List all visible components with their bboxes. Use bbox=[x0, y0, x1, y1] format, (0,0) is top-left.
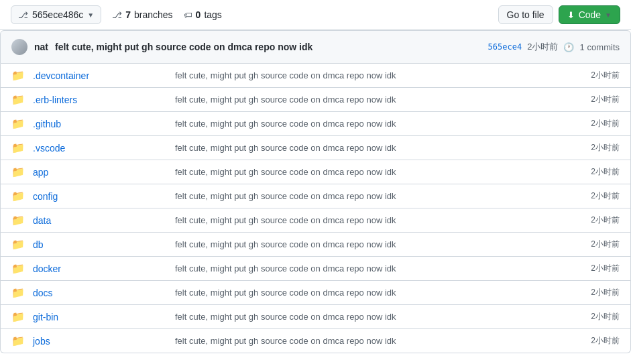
tag-icon: 🏷 bbox=[184, 10, 192, 20]
folder-icon: 📁 bbox=[11, 190, 25, 202]
file-name[interactable]: app bbox=[33, 167, 167, 178]
commit-author: nat bbox=[34, 42, 48, 52]
commit-header: nat felt cute, might put gh source code … bbox=[0, 30, 631, 64]
commit-time: 2小时前 bbox=[527, 41, 558, 53]
file-commit-message: felt cute, might put gh source code on d… bbox=[175, 143, 583, 153]
file-time: 2小时前 bbox=[591, 70, 620, 81]
file-time: 2小时前 bbox=[591, 215, 620, 226]
file-commit-message: felt cute, might put gh source code on d… bbox=[175, 95, 583, 105]
file-name[interactable]: data bbox=[33, 215, 167, 226]
branch-selector[interactable]: ⎇ 565ece486c ▼ bbox=[11, 5, 101, 24]
file-commit-message: felt cute, might put gh source code on d… bbox=[175, 312, 583, 322]
file-time: 2小时前 bbox=[591, 335, 620, 347]
file-table: 📁 .devcontainer felt cute, might put gh … bbox=[0, 64, 631, 353]
file-commit-message: felt cute, might put gh source code on d… bbox=[175, 263, 583, 274]
file-time: 2小时前 bbox=[591, 118, 620, 129]
commit-message: felt cute, might put gh source code on d… bbox=[55, 42, 481, 52]
folder-icon: 📁 bbox=[11, 335, 25, 347]
file-name[interactable]: docker bbox=[33, 263, 167, 274]
code-chevron-icon: ▼ bbox=[605, 11, 612, 19]
tags-count: 0 bbox=[196, 9, 201, 20]
folder-icon: 📁 bbox=[11, 141, 25, 154]
file-name[interactable]: jobs bbox=[33, 336, 167, 347]
commit-meta: 565ece4 2小时前 🕐 1 commits bbox=[488, 41, 620, 53]
branches-label: branches bbox=[134, 9, 173, 20]
table-row: 📁 data felt cute, might put gh source co… bbox=[1, 208, 630, 233]
table-row: 📁 .devcontainer felt cute, might put gh … bbox=[1, 64, 630, 88]
folder-icon: 📁 bbox=[11, 286, 25, 299]
commit-sha[interactable]: 565ece4 bbox=[488, 42, 522, 52]
goto-file-button[interactable]: Go to file bbox=[498, 5, 553, 24]
folder-icon: 📁 bbox=[11, 93, 25, 106]
file-name[interactable]: .erb-linters bbox=[33, 95, 167, 105]
folder-icon: 📁 bbox=[11, 69, 25, 82]
table-row: 📁 .github felt cute, might put gh source… bbox=[1, 112, 630, 136]
file-time: 2小时前 bbox=[591, 166, 620, 178]
file-commit-message: felt cute, might put gh source code on d… bbox=[175, 288, 583, 298]
file-commit-message: felt cute, might put gh source code on d… bbox=[175, 239, 583, 249]
file-name[interactable]: git-bin bbox=[33, 312, 167, 322]
table-row: 📁 .erb-linters felt cute, might put gh s… bbox=[1, 88, 630, 112]
file-commit-message: felt cute, might put gh source code on d… bbox=[175, 119, 583, 129]
folder-icon: 📁 bbox=[11, 117, 25, 130]
folder-icon: 📁 bbox=[11, 166, 25, 178]
file-commit-message: felt cute, might put gh source code on d… bbox=[175, 215, 583, 225]
file-time: 2小时前 bbox=[591, 263, 620, 274]
table-row: 📁 docs felt cute, might put gh source co… bbox=[1, 281, 630, 305]
file-commit-message: felt cute, might put gh source code on d… bbox=[175, 191, 583, 201]
code-label: Code bbox=[579, 9, 601, 20]
folder-icon: 📁 bbox=[11, 262, 25, 275]
file-time: 2小时前 bbox=[591, 239, 620, 250]
branch-icon: ⎇ bbox=[18, 10, 28, 20]
file-name[interactable]: .vscode bbox=[33, 143, 167, 154]
file-time: 2小时前 bbox=[591, 94, 620, 105]
clock-icon: 🕐 bbox=[563, 42, 574, 52]
table-row: 📁 git-bin felt cute, might put gh source… bbox=[1, 305, 630, 329]
table-row: 📁 docker felt cute, might put gh source … bbox=[1, 257, 630, 281]
file-time: 2小时前 bbox=[591, 311, 620, 322]
tags-label: tags bbox=[204, 9, 221, 20]
file-name[interactable]: docs bbox=[33, 288, 167, 298]
table-row: 📁 .vscode felt cute, might put gh source… bbox=[1, 136, 630, 160]
branches-link[interactable]: ⎇ 7 branches bbox=[112, 9, 172, 20]
branches-count: 7 bbox=[125, 9, 131, 20]
folder-icon: 📁 bbox=[11, 310, 25, 323]
download-icon: ⬇ bbox=[567, 10, 575, 20]
branch-name: 565ece486c bbox=[32, 9, 83, 20]
tags-link[interactable]: 🏷 0 tags bbox=[184, 9, 222, 20]
file-time: 2小时前 bbox=[591, 190, 620, 202]
folder-icon: 📁 bbox=[11, 214, 25, 227]
code-button[interactable]: ⬇ Code ▼ bbox=[559, 5, 620, 24]
chevron-down-icon: ▼ bbox=[87, 11, 94, 19]
file-commit-message: felt cute, might put gh source code on d… bbox=[175, 167, 583, 177]
table-row: 📁 jobs felt cute, might put gh source co… bbox=[1, 329, 630, 353]
toolbar: ⎇ 565ece486c ▼ ⎇ 7 branches 🏷 0 tags Go … bbox=[0, 0, 631, 30]
file-name[interactable]: config bbox=[33, 191, 167, 202]
file-name[interactable]: .github bbox=[33, 119, 167, 129]
commits-count: 1 bbox=[579, 42, 584, 52]
table-row: 📁 app felt cute, might put gh source cod… bbox=[1, 160, 630, 184]
table-row: 📁 config felt cute, might put gh source … bbox=[1, 184, 630, 208]
table-row: 📁 db felt cute, might put gh source code… bbox=[1, 233, 630, 257]
file-commit-message: felt cute, might put gh source code on d… bbox=[175, 336, 583, 346]
file-name[interactable]: .devcontainer bbox=[33, 70, 167, 81]
commits-link[interactable]: 1 commits bbox=[579, 42, 620, 52]
avatar bbox=[11, 39, 27, 55]
file-time: 2小时前 bbox=[591, 287, 620, 298]
toolbar-right: Go to file ⬇ Code ▼ bbox=[498, 5, 620, 24]
file-time: 2小时前 bbox=[591, 142, 620, 154]
file-commit-message: felt cute, might put gh source code on d… bbox=[175, 70, 583, 80]
folder-icon: 📁 bbox=[11, 238, 25, 251]
file-name[interactable]: db bbox=[33, 239, 167, 250]
commits-label: commits bbox=[587, 42, 620, 52]
branch-count-icon: ⎇ bbox=[112, 10, 122, 20]
